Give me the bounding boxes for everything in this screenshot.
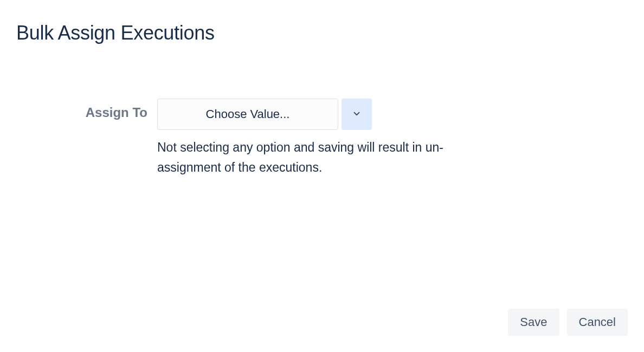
page-title: Bulk Assign Executions (0, 0, 644, 50)
footer-actions: Save Cancel (508, 309, 628, 336)
assign-to-control-col: Choose Value... Not selecting any option… (157, 99, 493, 178)
chevron-down-icon (352, 109, 362, 120)
save-button[interactable]: Save (508, 309, 559, 336)
assign-to-select-group: Choose Value... (157, 99, 493, 130)
assign-to-dropdown-toggle[interactable] (342, 99, 372, 130)
cancel-button[interactable]: Cancel (567, 309, 628, 336)
assign-to-label: Assign To (16, 99, 157, 120)
assign-to-select[interactable]: Choose Value... (157, 99, 338, 130)
assign-to-row: Assign To Choose Value... Not selecting … (0, 50, 644, 178)
assign-to-helper-text: Not selecting any option and saving will… (157, 138, 493, 178)
